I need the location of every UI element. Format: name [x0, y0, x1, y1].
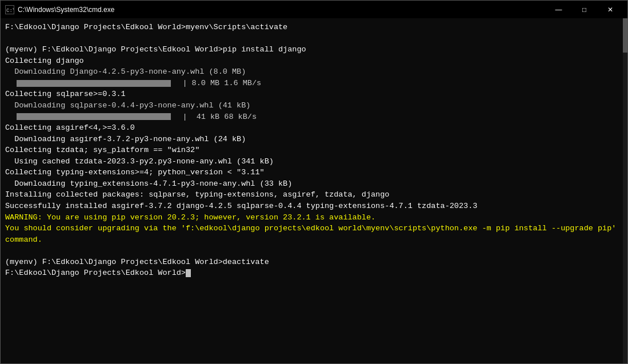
terminal-line-3: Collecting django: [5, 55, 623, 67]
scrollbar-thumb[interactable]: [623, 18, 627, 53]
maximize-button[interactable]: □: [571, 1, 597, 19]
terminal-warning-1: WARNING: You are using pip version 20.2.…: [5, 212, 623, 223]
window-title: C:\Windows\System32\cmd.exe: [18, 6, 114, 14]
progress-bar-sqlparse-bar: | 41 kB 68 kB/s: [5, 111, 623, 123]
progress-indent: Downloading Django-4.2.5-py3-none-any.wh…: [5, 66, 246, 78]
progress-bar-django: Downloading Django-4.2.5-py3-none-any.wh…: [5, 66, 623, 78]
cmd-icon: C:\: [5, 5, 14, 14]
terminal-line-5: Collecting asgiref<4,>=3.6.0: [5, 122, 623, 134]
terminal-line-13: (myenv) F:\Edkool\Django Projects\Edkool…: [5, 257, 623, 268]
sqlparse-progress-fill: [17, 113, 171, 120]
close-button[interactable]: ✕: [597, 1, 623, 19]
terminal-blank-1: [5, 33, 623, 45]
terminal-line-2: (myenv) F:\Edkool\Django Projects\Edkool…: [5, 44, 623, 55]
django-progress-label: | 8.0 MB 1.6 MB/s: [173, 78, 261, 89]
terminal-line-9: Collecting typing-extensions>=4; python_…: [5, 167, 623, 178]
terminal-line-11: Installing collected packages: sqlparse,…: [5, 189, 623, 201]
progress-bar-django-bar: | 8.0 MB 1.6 MB/s: [5, 78, 623, 89]
terminal-line-1: F:\Edkool\Django Projects\Edkool World>m…: [5, 22, 623, 33]
minimize-button[interactable]: —: [546, 1, 571, 19]
terminal-line-12: Successfully installed asgiref-3.7.2 dja…: [5, 201, 623, 212]
titlebar-left: C:\ C:\Windows\System32\cmd.exe: [5, 5, 114, 14]
terminal-line-14: F:\Edkool\Django Projects\Edkool World>: [5, 267, 623, 279]
scrollbar[interactable]: [623, 18, 627, 363]
terminal-line-4: Collecting sqlparse>=0.3.1: [5, 89, 623, 100]
terminal-window: F:\Edkool\Django Projects\Edkool World>m…: [0, 18, 628, 364]
terminal-line-7: Collecting tzdata; sys_platform == "win3…: [5, 145, 623, 156]
sqlparse-progress-label: | 41 kB 68 kB/s: [173, 111, 257, 123]
django-progress-fill: [17, 80, 171, 87]
terminal-blank-2: [5, 245, 623, 257]
window-controls: — □ ✕: [546, 1, 623, 19]
svg-text:C:\: C:\: [6, 8, 14, 14]
progress-bar-sqlparse: Downloading sqlparse-0.4.4-py3-none-any.…: [5, 100, 623, 111]
terminal-line-10: Downloading typing_extensions-4.7.1-py3-…: [5, 178, 623, 190]
terminal-line-8: Using cached tzdata-2023.3-py2.py3-none-…: [5, 156, 623, 167]
terminal-warning-2: You should consider upgrading via the 'f…: [5, 223, 623, 245]
titlebar: C:\ C:\Windows\System32\cmd.exe — □ ✕: [0, 0, 628, 18]
terminal-line-6: Downloading asgiref-3.7.2-py3-none-any.w…: [5, 134, 623, 145]
